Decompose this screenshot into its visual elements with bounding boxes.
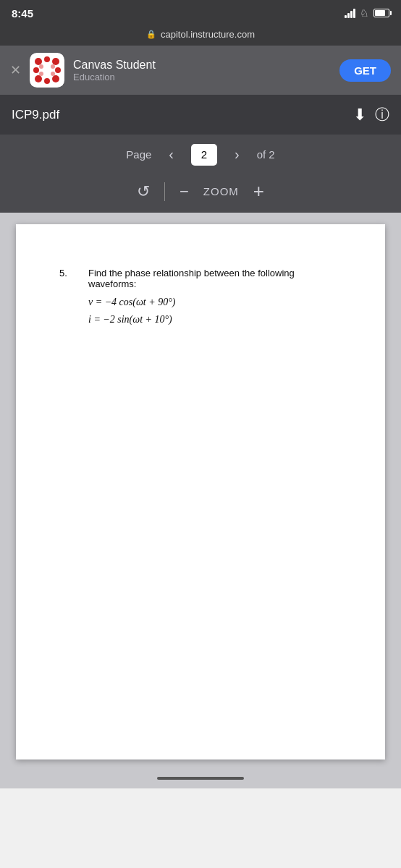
download-icon[interactable]: ⬇ bbox=[353, 106, 366, 124]
get-button[interactable]: GET bbox=[339, 59, 391, 82]
pdf-page-controls: Page ‹ › of 2 bbox=[0, 135, 401, 174]
pdf-header: ICP9.pdf ⬇ ⓘ bbox=[0, 95, 401, 135]
problem-5: 5. Find the phase relationship between t… bbox=[59, 268, 334, 328]
home-indicator bbox=[0, 771, 401, 788]
lock-icon: 🔒 bbox=[146, 30, 156, 39]
equation-i: i = −2 sin(ωt + 10°) bbox=[88, 311, 334, 328]
home-bar bbox=[157, 777, 244, 780]
app-icon bbox=[30, 53, 64, 88]
equation-v: v = −4 cos(ωt + 90°) bbox=[88, 294, 334, 311]
svg-point-6 bbox=[35, 75, 42, 82]
next-page-button[interactable]: › bbox=[229, 143, 245, 166]
page-label: Page bbox=[126, 148, 151, 161]
pdf-content-area: 5. Find the phase relationship between t… bbox=[0, 213, 401, 771]
status-bar: 8:45 ♘ bbox=[0, 0, 401, 26]
url-text: capitol.instructure.com bbox=[161, 29, 255, 40]
zoom-out-button[interactable]: − bbox=[180, 182, 189, 201]
zoom-label: ZOOM bbox=[203, 185, 239, 197]
problem-body: Find the phase relationship between the … bbox=[88, 268, 334, 328]
svg-point-8 bbox=[52, 75, 59, 82]
problem-instruction: Find the phase relationship between the … bbox=[88, 268, 334, 289]
status-icons: ♘ bbox=[345, 7, 389, 19]
app-name: Canvas Student bbox=[73, 59, 331, 72]
problem-number-label: 5. bbox=[59, 268, 74, 328]
info-icon[interactable]: ⓘ bbox=[375, 105, 389, 124]
signal-bars-icon bbox=[345, 9, 355, 18]
zoom-in-button[interactable]: + bbox=[253, 180, 264, 203]
svg-point-5 bbox=[55, 67, 61, 73]
svg-point-2 bbox=[44, 56, 50, 62]
pdf-page: 5. Find the phase relationship between t… bbox=[16, 224, 385, 760]
close-button[interactable]: ✕ bbox=[10, 62, 21, 78]
svg-point-1 bbox=[35, 58, 42, 65]
battery-icon bbox=[373, 9, 389, 17]
app-banner: ✕ Canvas Student Education GET bbox=[0, 46, 401, 95]
pdf-title: ICP9.pdf bbox=[12, 108, 345, 122]
svg-point-3 bbox=[52, 58, 59, 65]
app-info: Canvas Student Education bbox=[73, 59, 331, 82]
page-of-text: of 2 bbox=[257, 148, 275, 161]
zoom-divider bbox=[164, 182, 165, 201]
svg-point-10 bbox=[51, 64, 55, 69]
wifi-icon: ♘ bbox=[360, 7, 369, 19]
status-time: 8:45 bbox=[12, 7, 33, 20]
prev-page-button[interactable]: ‹ bbox=[163, 143, 180, 166]
svg-point-7 bbox=[44, 78, 50, 84]
page-number-input[interactable] bbox=[191, 144, 217, 166]
svg-point-12 bbox=[51, 72, 55, 76]
svg-point-4 bbox=[33, 67, 39, 73]
url-bar: 🔒 capitol.instructure.com bbox=[0, 26, 401, 46]
svg-point-9 bbox=[39, 64, 43, 69]
svg-point-11 bbox=[39, 72, 43, 76]
zoom-controls: ↺ − ZOOM + bbox=[0, 174, 401, 213]
rotate-button[interactable]: ↺ bbox=[137, 182, 150, 201]
app-category: Education bbox=[73, 72, 331, 82]
